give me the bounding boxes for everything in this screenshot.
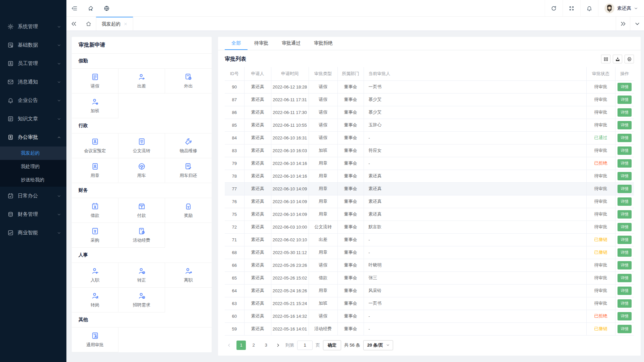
double-chevron-left-icon[interactable] [66, 17, 81, 31]
detail-button[interactable]: 详情 [618, 223, 632, 231]
chevron-down-icon[interactable] [630, 17, 644, 31]
detail-button[interactable]: 详情 [618, 274, 632, 282]
user-menu[interactable]: 素还真 [598, 0, 644, 16]
page-jump-input[interactable] [297, 341, 313, 350]
detail-button[interactable]: 详情 [618, 121, 632, 129]
sidebar-item[interactable]: 知识文章 [0, 110, 66, 128]
prev-page-button[interactable] [225, 341, 233, 350]
sidebar-item-label: 员工管理 [18, 60, 38, 67]
home-icon[interactable] [81, 17, 96, 31]
route-tab-active[interactable]: 我发起的 [96, 17, 133, 31]
detail-button[interactable]: 详情 [618, 197, 632, 206]
table-header-cell: 审批类型 [309, 67, 337, 80]
approval-app-item[interactable]: 采购 [72, 223, 118, 248]
sidebar-item[interactable]: 消息通知 [0, 73, 66, 91]
column-settings-icon[interactable] [601, 55, 610, 63]
detail-button[interactable]: 详情 [618, 236, 632, 244]
chevron-up-icon [57, 135, 61, 139]
approval-app-item[interactable]: 用车归还 [165, 158, 212, 183]
sidebar-item[interactable]: 财务管理 [0, 205, 66, 224]
sidebar-item[interactable]: 日常办公 [0, 187, 66, 205]
table-cell: 董事会 [337, 246, 364, 259]
detail-button[interactable]: 详情 [618, 159, 632, 168]
sidebar-item[interactable]: 商业智能 [0, 224, 66, 242]
sidebar-item[interactable]: 办公审批 [0, 128, 66, 146]
detail-button[interactable]: 详情 [618, 172, 632, 180]
refresh-icon[interactable] [545, 0, 562, 16]
filter-tab[interactable]: 全部 [225, 37, 248, 50]
notification-bell-icon[interactable] [580, 0, 598, 16]
approval-app-item[interactable]: 公文流转 [118, 133, 165, 158]
filter-tab[interactable]: 审批拒绝 [307, 37, 339, 50]
detail-button[interactable]: 详情 [618, 134, 632, 142]
approval-app-item[interactable]: 物品维修 [165, 133, 212, 158]
detail-button[interactable]: 详情 [618, 261, 632, 269]
sidebar-item[interactable]: 企业公告 [0, 91, 66, 110]
table-cell: 董事会 [337, 208, 364, 221]
page-number-button[interactable]: 3 [261, 341, 271, 350]
approval-app-item[interactable]: 通用审批 [72, 327, 118, 352]
status-badge: 待审批 [586, 221, 615, 233]
sidebar-item[interactable]: 基础数据 [0, 36, 66, 54]
approval-app-label: 公文流转 [133, 148, 150, 154]
detail-button[interactable]: 详情 [618, 248, 632, 257]
page-number-button[interactable]: 2 [249, 341, 258, 350]
approval-app-item[interactable]: 入职 [72, 263, 118, 288]
table-cell: 60 [225, 310, 244, 322]
sidebar-item[interactable]: 系统管理 [0, 17, 66, 36]
approval-app-item[interactable]: 会议室预定 [72, 133, 118, 158]
approval-app-item[interactable]: 请假 [72, 69, 118, 94]
approval-app-item[interactable]: 出差 [118, 69, 165, 94]
print-icon[interactable] [625, 55, 634, 63]
chevron-down-icon [57, 80, 61, 84]
detail-button[interactable]: 详情 [618, 287, 632, 295]
approval-app-item[interactable]: 离职 [165, 263, 212, 288]
approval-app-item[interactable]: 用车 [118, 158, 165, 183]
action-cell: 详情 [615, 284, 634, 297]
approval-app-item[interactable]: 活动经费 [118, 223, 165, 248]
detail-button[interactable]: 详情 [618, 96, 632, 104]
detail-button[interactable]: 详情 [618, 312, 632, 320]
approval-app-item[interactable]: 招聘需求 [118, 288, 165, 312]
detail-button[interactable]: 详情 [618, 185, 632, 193]
detail-button[interactable]: 详情 [618, 325, 632, 333]
filter-tab[interactable]: 待审批 [248, 37, 275, 50]
sidebar-subitem[interactable]: 抄送给我的 [0, 173, 66, 187]
table-row: 66素还真2022-05-26 23:26请假董事会叶晓明待审批详情 [225, 259, 634, 272]
sidebar-subitem[interactable]: 我处理的 [0, 160, 66, 173]
page-number-button[interactable]: 1 [236, 341, 246, 350]
language-globe-icon[interactable] [99, 0, 115, 16]
table-cell: 63 [225, 297, 244, 310]
article-icon [7, 116, 14, 122]
double-chevron-right-icon[interactable] [616, 17, 630, 31]
approval-app-item[interactable]: 借款 [72, 198, 118, 223]
approval-app-item[interactable]: 用章 [72, 158, 118, 183]
detail-button[interactable]: 详情 [618, 108, 632, 117]
detail-button[interactable]: 详情 [618, 210, 632, 219]
table-cell: 2022-05-24 16:26 [271, 284, 309, 297]
chevron-down-icon [57, 213, 61, 217]
fullscreen-icon[interactable] [562, 0, 580, 16]
next-page-button[interactable] [274, 341, 282, 350]
table-header-cell: 审批状态 [586, 67, 615, 80]
close-icon[interactable] [124, 22, 127, 26]
detail-button[interactable]: 详情 [618, 299, 632, 308]
approval-app-item[interactable]: 转正 [118, 263, 165, 288]
sidebar-item[interactable]: 员工管理 [0, 54, 66, 73]
approval-app-item[interactable]: 加班 [72, 94, 118, 118]
sidebar-subitem[interactable]: 我发起的 [0, 146, 66, 160]
menu-fold-icon[interactable] [66, 0, 83, 16]
table-row: 79素还真2022-06-10 14:16用章董事会-已拒绝详情 [225, 157, 634, 170]
approval-app-item[interactable]: 奖励 [165, 198, 212, 223]
export-icon[interactable] [613, 55, 622, 63]
theme-brush-icon[interactable]: A [83, 0, 99, 16]
approval-app-item[interactable]: 外出 [165, 69, 212, 94]
detail-button[interactable]: 详情 [618, 146, 632, 155]
approval-app-item[interactable]: 转岗 [72, 288, 118, 312]
table-row: 64素还真2022-05-24 16:26用章董事会风采铃待审批详情 [225, 284, 634, 297]
page-size-select[interactable]: 20 条/页 [363, 340, 393, 350]
filter-tab[interactable]: 审批通过 [275, 37, 307, 50]
detail-button[interactable]: 详情 [618, 83, 632, 91]
confirm-button[interactable]: 确定 [323, 340, 341, 350]
approval-app-item[interactable]: 付款 [118, 198, 165, 223]
